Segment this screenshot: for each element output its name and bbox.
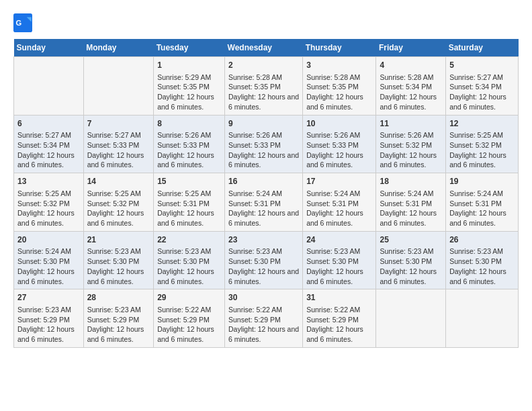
sunset-text: Sunset: 5:29 PM <box>157 315 221 325</box>
sunset-text: Sunset: 5:30 PM <box>17 257 80 267</box>
sunset-text: Sunset: 5:31 PM <box>380 199 442 209</box>
weekday-header-row: SundayMondayTuesdayWednesdayThursdayFrid… <box>14 39 519 57</box>
calendar-cell: 27Sunrise: 5:23 AMSunset: 5:29 PMDayligh… <box>14 289 84 348</box>
calendar-table: SundayMondayTuesdayWednesdayThursdayFrid… <box>13 39 519 348</box>
sunset-text: Sunset: 5:30 PM <box>380 257 442 267</box>
calendar-cell: 23Sunrise: 5:23 AMSunset: 5:30 PMDayligh… <box>225 231 303 289</box>
daylight-text: Daylight: 12 hours and 6 minutes. <box>228 324 299 344</box>
daylight-text: Daylight: 12 hours and 6 minutes. <box>380 267 442 286</box>
sunrise-text: Sunrise: 5:29 AM <box>157 73 221 83</box>
sunrise-text: Sunrise: 5:22 AM <box>306 305 372 315</box>
sunset-text: Sunset: 5:29 PM <box>228 315 299 325</box>
sunrise-text: Sunrise: 5:23 AM <box>228 246 299 257</box>
daylight-text: Daylight: 12 hours and 6 minutes. <box>157 208 221 228</box>
calendar-cell: 30Sunrise: 5:22 AMSunset: 5:29 PMDayligh… <box>225 289 303 348</box>
day-number: 24 <box>306 234 372 246</box>
sunrise-text: Sunrise: 5:28 AM <box>228 73 299 83</box>
day-number: 10 <box>306 118 372 130</box>
sunrise-text: Sunrise: 5:24 AM <box>228 189 299 199</box>
daylight-text: Daylight: 12 hours and 6 minutes. <box>157 267 221 286</box>
day-number: 25 <box>380 234 442 246</box>
calendar-week-row: 1Sunrise: 5:29 AMSunset: 5:35 PMDaylight… <box>14 57 519 116</box>
calendar-cell: 20Sunrise: 5:24 AMSunset: 5:30 PMDayligh… <box>14 231 84 289</box>
day-number: 31 <box>306 292 372 304</box>
sunrise-text: Sunrise: 5:23 AM <box>87 305 150 315</box>
sunset-text: Sunset: 5:31 PM <box>449 199 515 209</box>
sunrise-text: Sunrise: 5:23 AM <box>17 305 80 315</box>
weekday-header-sunday: Sunday <box>14 39 84 57</box>
sunrise-text: Sunrise: 5:26 AM <box>380 130 442 140</box>
sunrise-text: Sunrise: 5:24 AM <box>380 189 442 199</box>
sunrise-text: Sunrise: 5:25 AM <box>17 189 80 199</box>
daylight-text: Daylight: 12 hours and 6 minutes. <box>157 324 221 344</box>
calendar-cell: 15Sunrise: 5:25 AMSunset: 5:31 PMDayligh… <box>154 173 225 232</box>
daylight-text: Daylight: 12 hours and 6 minutes. <box>306 324 372 344</box>
day-number: 29 <box>157 292 221 304</box>
sunrise-text: Sunrise: 5:25 AM <box>449 130 515 140</box>
day-number: 30 <box>228 292 299 304</box>
day-number: 12 <box>449 118 515 130</box>
day-number: 26 <box>449 234 515 246</box>
sunrise-text: Sunrise: 5:25 AM <box>87 189 150 199</box>
daylight-text: Daylight: 12 hours and 6 minutes. <box>306 92 372 111</box>
sunrise-text: Sunrise: 5:24 AM <box>17 246 80 257</box>
sunset-text: Sunset: 5:29 PM <box>87 315 150 325</box>
daylight-text: Daylight: 12 hours and 6 minutes. <box>380 150 442 170</box>
day-number: 21 <box>87 234 150 246</box>
calendar-cell <box>14 57 84 116</box>
calendar-week-row: 6Sunrise: 5:27 AMSunset: 5:34 PMDaylight… <box>14 115 519 173</box>
day-number: 14 <box>87 176 150 187</box>
weekday-header-thursday: Thursday <box>303 39 376 57</box>
calendar-cell: 2Sunrise: 5:28 AMSunset: 5:35 PMDaylight… <box>225 57 303 116</box>
day-number: 16 <box>228 176 299 187</box>
day-number: 7 <box>87 118 150 130</box>
sunrise-text: Sunrise: 5:24 AM <box>449 189 515 199</box>
day-number: 23 <box>228 234 299 246</box>
day-number: 3 <box>306 60 372 71</box>
svg-text:G: G <box>16 19 22 27</box>
sunset-text: Sunset: 5:32 PM <box>87 199 150 209</box>
sunset-text: Sunset: 5:34 PM <box>17 140 80 150</box>
daylight-text: Daylight: 12 hours and 6 minutes. <box>228 267 299 286</box>
calendar-cell: 5Sunrise: 5:27 AMSunset: 5:34 PMDaylight… <box>446 57 519 116</box>
calendar-cell: 26Sunrise: 5:23 AMSunset: 5:30 PMDayligh… <box>446 231 519 289</box>
day-number: 5 <box>449 60 515 71</box>
calendar-cell <box>376 289 446 348</box>
sunrise-text: Sunrise: 5:26 AM <box>157 130 221 140</box>
calendar-cell: 14Sunrise: 5:25 AMSunset: 5:32 PMDayligh… <box>83 173 154 232</box>
sunset-text: Sunset: 5:30 PM <box>87 257 150 267</box>
sunrise-text: Sunrise: 5:22 AM <box>157 305 221 315</box>
sunset-text: Sunset: 5:31 PM <box>228 199 299 209</box>
sunset-text: Sunset: 5:30 PM <box>306 257 372 267</box>
daylight-text: Daylight: 12 hours and 6 minutes. <box>228 150 299 170</box>
day-number: 6 <box>17 118 80 130</box>
daylight-text: Daylight: 12 hours and 6 minutes. <box>380 92 442 111</box>
weekday-header-friday: Friday <box>376 39 446 57</box>
calendar-cell: 7Sunrise: 5:27 AMSunset: 5:33 PMDaylight… <box>83 115 154 173</box>
sunset-text: Sunset: 5:33 PM <box>228 140 299 150</box>
sunset-text: Sunset: 5:31 PM <box>306 199 372 209</box>
sunrise-text: Sunrise: 5:27 AM <box>449 73 515 83</box>
calendar-cell: 18Sunrise: 5:24 AMSunset: 5:31 PMDayligh… <box>376 173 446 232</box>
sunset-text: Sunset: 5:30 PM <box>228 257 299 267</box>
weekday-header-saturday: Saturday <box>446 39 519 57</box>
calendar-cell: 10Sunrise: 5:26 AMSunset: 5:33 PMDayligh… <box>303 115 376 173</box>
sunrise-text: Sunrise: 5:23 AM <box>87 246 150 257</box>
day-number: 11 <box>380 118 442 130</box>
sunset-text: Sunset: 5:33 PM <box>306 140 372 150</box>
daylight-text: Daylight: 12 hours and 6 minutes. <box>87 324 150 344</box>
calendar-cell: 9Sunrise: 5:26 AMSunset: 5:33 PMDaylight… <box>225 115 303 173</box>
calendar-cell: 6Sunrise: 5:27 AMSunset: 5:34 PMDaylight… <box>14 115 84 173</box>
daylight-text: Daylight: 12 hours and 6 minutes. <box>17 208 80 228</box>
sunrise-text: Sunrise: 5:28 AM <box>380 73 442 83</box>
calendar-cell: 3Sunrise: 5:28 AMSunset: 5:35 PMDaylight… <box>303 57 376 116</box>
daylight-text: Daylight: 12 hours and 6 minutes. <box>87 267 150 286</box>
calendar-cell: 19Sunrise: 5:24 AMSunset: 5:31 PMDayligh… <box>446 173 519 232</box>
weekday-header-wednesday: Wednesday <box>225 39 303 57</box>
calendar-cell: 24Sunrise: 5:23 AMSunset: 5:30 PMDayligh… <box>303 231 376 289</box>
sunset-text: Sunset: 5:32 PM <box>17 199 80 209</box>
sunset-text: Sunset: 5:30 PM <box>449 257 515 267</box>
day-number: 27 <box>17 292 80 304</box>
sunset-text: Sunset: 5:33 PM <box>157 140 221 150</box>
day-number: 4 <box>380 60 442 71</box>
